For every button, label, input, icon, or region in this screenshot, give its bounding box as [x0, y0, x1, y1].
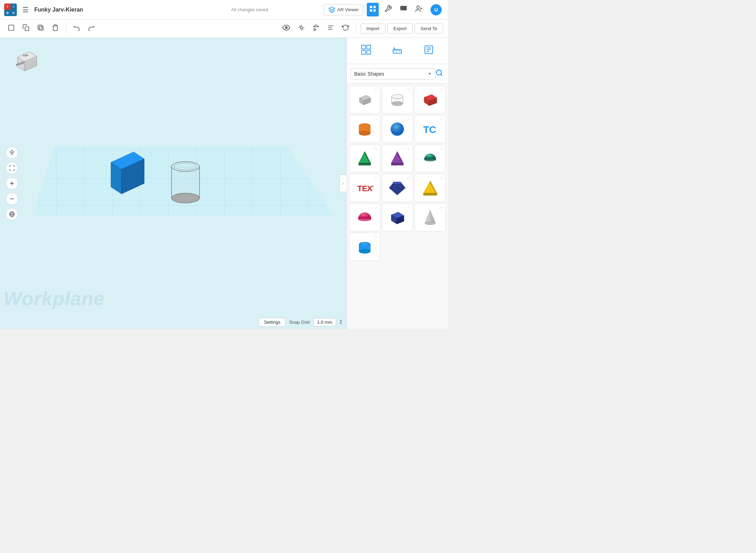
star-logo-3d[interactable]: ☆	[440, 117, 443, 122]
shape-button[interactable]	[310, 22, 322, 35]
shape-pyramid-purple[interactable]: ☆	[382, 145, 413, 173]
half-sphere-teal-preview	[421, 150, 439, 167]
shape-hole-box[interactable]: ☆	[349, 86, 380, 114]
shape-half-sphere-pink[interactable]: ☆	[349, 203, 380, 231]
new-button[interactable]	[5, 22, 18, 35]
sphere-blue-preview	[388, 120, 406, 138]
snap-down-arrow[interactable]: ▼	[340, 322, 342, 325]
grid-view-button[interactable]	[367, 3, 379, 16]
svg-marker-98	[392, 182, 402, 184]
zoom-out-icon	[9, 196, 15, 202]
notes-panel-button[interactable]	[422, 43, 436, 59]
view-cube-svg: TOP FRONT	[10, 45, 42, 76]
tools-icon	[384, 5, 392, 13]
star-cylinder-orange[interactable]: ☆	[374, 117, 378, 122]
snap-value[interactable]: 1.0 mm	[313, 318, 336, 326]
star-text-3d[interactable]: ☆	[374, 176, 378, 181]
shape-text-3d[interactable]: ☆ TEXT	[349, 174, 380, 202]
star-half-sphere-pink[interactable]: ☆	[374, 205, 378, 210]
grid-panel-button[interactable]	[359, 43, 373, 59]
svg-marker-91	[359, 163, 371, 165]
star-pyramid-purple[interactable]: ☆	[407, 146, 411, 151]
ortho-icon	[9, 211, 15, 217]
shape-gem[interactable]: ☆	[382, 174, 413, 202]
tools-button[interactable]	[382, 3, 394, 16]
shape-half-sphere-teal[interactable]: ☆	[414, 145, 446, 173]
align-button[interactable]	[324, 22, 337, 35]
svg-rect-9	[25, 27, 29, 31]
export-button[interactable]: Export	[387, 23, 413, 34]
cylinder-bottom-preview	[356, 238, 373, 255]
ar-icon	[328, 6, 335, 13]
align-icon	[327, 24, 334, 31]
svg-rect-3	[373, 9, 376, 12]
avatar-button[interactable]: U	[428, 2, 444, 18]
gray-cylinder-object[interactable]	[166, 154, 205, 207]
svg-point-36	[172, 193, 200, 203]
star-red-box[interactable]: ☆	[440, 88, 443, 92]
hole-cylinder-preview	[388, 91, 406, 108]
hamburger-menu[interactable]: ☰	[20, 4, 31, 16]
files-button[interactable]	[398, 3, 410, 16]
redo-button[interactable]	[85, 22, 98, 35]
shape-red-box[interactable]: ☆	[414, 86, 446, 114]
view-mode-button[interactable]	[280, 22, 293, 35]
zoom-in-button[interactable]	[6, 177, 18, 190]
settings-button[interactable]: Settings	[259, 318, 286, 327]
star-half-sphere-teal[interactable]: ☆	[440, 146, 443, 151]
new-icon	[8, 24, 15, 31]
svg-point-62	[436, 70, 442, 75]
star-cylinder-bottom[interactable]: ☆	[374, 234, 378, 239]
shape-pyramid-yellow[interactable]: ☆	[414, 174, 446, 202]
blue-cube-object[interactable]	[104, 148, 149, 204]
ruler-panel-button[interactable]	[390, 43, 404, 59]
separator-2	[356, 24, 356, 34]
shape-hole-cylinder[interactable]: ☆	[382, 86, 413, 114]
orthographic-button[interactable]	[6, 208, 18, 220]
shape-search-button[interactable]	[434, 68, 444, 80]
copy-button[interactable]	[20, 22, 32, 35]
cylinder-orange-preview	[356, 120, 373, 138]
view-cube[interactable]: TOP FRONT	[10, 45, 38, 73]
star-sphere-blue[interactable]: ☆	[407, 117, 411, 122]
ar-viewer-button[interactable]: AR Viewer	[324, 4, 363, 15]
zoom-out-button[interactable]	[6, 192, 18, 205]
undo-button[interactable]	[70, 22, 83, 35]
light-button[interactable]	[295, 22, 308, 35]
shape-tinkercad-logo-3d[interactable]: ☆ TC	[414, 115, 446, 143]
star-box-blue[interactable]: ☆	[407, 205, 411, 210]
home-view-button[interactable]	[6, 146, 18, 159]
star-gem[interactable]: ☆	[407, 176, 411, 181]
flip-button[interactable]	[339, 22, 352, 35]
shape-cone-gray[interactable]: ☆	[414, 203, 446, 231]
red-box-preview	[421, 91, 439, 108]
home-icon	[9, 149, 15, 156]
star-pyramid-green[interactable]: ☆	[374, 146, 378, 151]
light-icon	[298, 24, 305, 31]
import-button[interactable]: Import	[360, 23, 385, 34]
svg-point-87	[391, 122, 404, 136]
star-pyramid-yellow[interactable]: ☆	[440, 176, 443, 181]
panel-collapse-handle[interactable]: ›	[340, 175, 346, 192]
hole-box-preview	[356, 91, 373, 108]
shape-pyramid-green[interactable]: ☆	[349, 145, 380, 173]
shape-cylinder-orange[interactable]: ☆	[349, 115, 380, 143]
shape-cylinder-bottom[interactable]: ☆	[349, 233, 380, 261]
shape-box-blue[interactable]: ☆	[382, 203, 413, 231]
user-avatar: U	[430, 4, 442, 15]
star-cone-gray[interactable]: ☆	[440, 205, 443, 210]
svg-point-5	[417, 6, 419, 8]
star-hole-box[interactable]: ☆	[374, 88, 378, 92]
viewport[interactable]: Workplane	[0, 38, 346, 329]
add-user-button[interactable]	[413, 3, 425, 17]
toolbar: Import Export Send To	[0, 20, 448, 38]
shape-sphere-blue[interactable]: ☆	[382, 115, 413, 143]
star-hole-cylinder[interactable]: ☆	[407, 88, 411, 92]
duplicate-button[interactable]	[34, 22, 47, 35]
snap-arrows[interactable]: ▲ ▼	[340, 319, 342, 325]
delete-button[interactable]	[49, 22, 62, 35]
sendto-button[interactable]: Send To	[415, 23, 443, 34]
fit-view-button[interactable]	[6, 162, 18, 174]
shape-category-dropdown[interactable]: Basic Shapes Letters Animals Featured	[350, 68, 435, 79]
svg-rect-2	[370, 9, 372, 12]
